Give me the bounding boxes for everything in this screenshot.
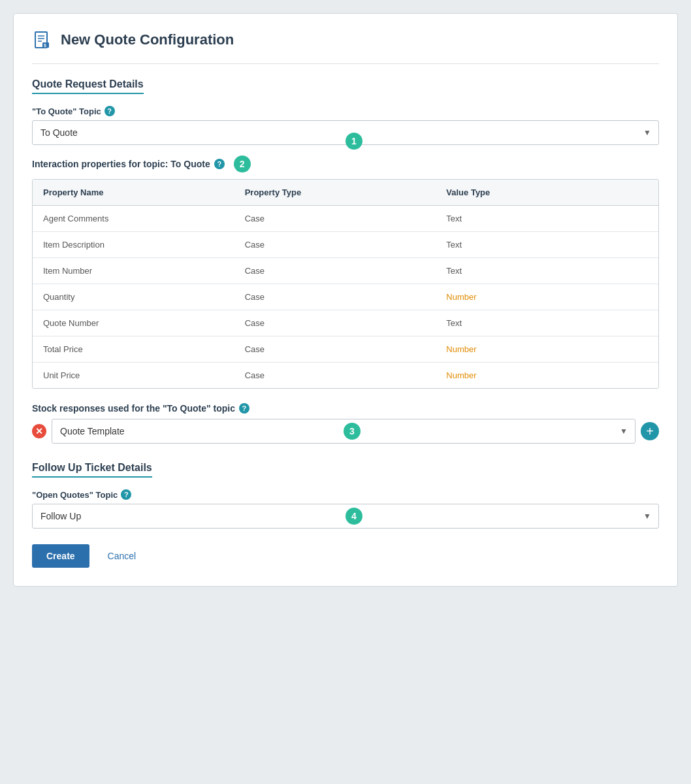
table-row: Item Number Case Text xyxy=(33,258,658,284)
to-quote-help-icon[interactable]: ? xyxy=(104,106,115,116)
page-title: New Quote Configuration xyxy=(61,31,234,48)
action-buttons: Create Cancel xyxy=(32,544,659,568)
row-name: Quantity xyxy=(43,292,245,302)
add-stock-response-button[interactable]: + xyxy=(641,422,659,440)
row-name: Unit Price xyxy=(43,370,245,380)
row-type: Case xyxy=(245,214,447,223)
page-header: $ New Quote Configuration xyxy=(32,29,659,64)
badge-2: 2 xyxy=(234,155,251,172)
table-row: Unit Price Case Number xyxy=(33,363,658,388)
main-card: $ New Quote Configuration Quote Request … xyxy=(13,13,678,587)
row-type: Case xyxy=(245,240,447,250)
interaction-properties-label: Interaction properties for topic: To Quo… xyxy=(32,155,659,172)
follow-up-section-title: Follow Up Ticket Details xyxy=(32,462,152,478)
row-value-type: Text xyxy=(446,240,648,250)
interaction-help-icon[interactable]: ? xyxy=(214,159,225,169)
row-value-type: Text xyxy=(446,318,648,328)
row-type: Case xyxy=(245,266,447,276)
stock-response-select-wrapper: 3 Quote Template ▼ xyxy=(52,419,635,444)
table-row: Item Description Case Text xyxy=(33,232,658,258)
quote-request-section: Quote Request Details "To Quote" Topic ?… xyxy=(32,78,659,444)
interaction-properties-section: Interaction properties for topic: To Quo… xyxy=(32,155,659,389)
to-quote-topic-label: "To Quote" Topic ? xyxy=(32,106,659,116)
remove-stock-response-button[interactable]: ✕ xyxy=(32,424,46,438)
row-name: Agent Comments xyxy=(43,214,245,223)
quote-request-section-title: Quote Request Details xyxy=(32,78,144,94)
stock-responses-help-icon[interactable]: ? xyxy=(239,403,249,414)
svg-text:$: $ xyxy=(44,43,46,48)
row-value-type: Number xyxy=(446,370,648,380)
row-type: Case xyxy=(245,370,447,380)
row-type: Case xyxy=(245,318,447,328)
col-value-type: Value Type xyxy=(446,188,648,197)
stock-responses-section: Stock responses used for the "To Quote" … xyxy=(32,403,659,444)
row-type: Case xyxy=(245,344,447,354)
follow-up-section: Follow Up Ticket Details "Open Quotes" T… xyxy=(32,462,659,529)
cancel-button[interactable]: Cancel xyxy=(97,544,147,568)
row-type: Case xyxy=(245,292,447,302)
badge-4: 4 xyxy=(346,508,362,525)
stock-responses-label: Stock responses used for the "To Quote" … xyxy=(32,403,659,414)
to-quote-select-wrapper: 1 To Quote ▼ xyxy=(32,120,659,145)
table-row: Quantity Case Number xyxy=(33,284,658,310)
row-name: Quote Number xyxy=(43,318,245,328)
row-value-type: Text xyxy=(446,266,648,276)
create-button[interactable]: Create xyxy=(32,544,89,568)
open-quotes-topic-label: "Open Quotes" Topic ? xyxy=(32,489,659,500)
stock-responses-row: ✕ 3 Quote Template ▼ + xyxy=(32,419,659,444)
document-icon: $ xyxy=(32,29,53,50)
table-header: Property Name Property Type Value Type xyxy=(33,180,658,206)
col-property-name: Property Name xyxy=(43,188,245,197)
row-value-type: Number xyxy=(446,344,648,354)
table-row: Total Price Case Number xyxy=(33,336,658,363)
table-row: Agent Comments Case Text xyxy=(33,206,658,232)
row-name: Item Description xyxy=(43,240,245,250)
col-property-type: Property Type xyxy=(245,188,447,197)
properties-table: Property Name Property Type Value Type A… xyxy=(32,179,659,389)
badge-3: 3 xyxy=(344,423,361,440)
row-value-type: Text xyxy=(446,214,648,223)
row-name: Total Price xyxy=(43,344,245,354)
open-quotes-select-wrapper: 4 Follow Up ▼ xyxy=(32,504,659,529)
row-name: Item Number xyxy=(43,266,245,276)
row-value-type: Number xyxy=(446,292,648,302)
open-quotes-help-icon[interactable]: ? xyxy=(121,489,131,500)
table-row: Quote Number Case Text xyxy=(33,310,658,336)
